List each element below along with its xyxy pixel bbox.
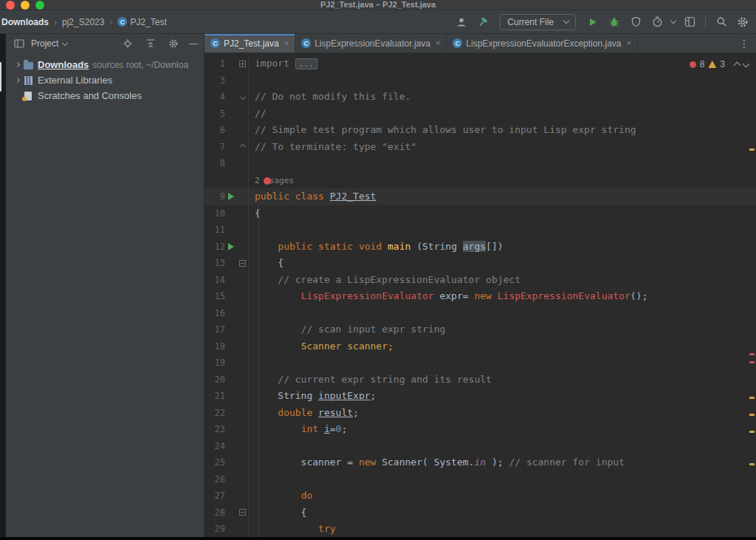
breadcrumb-item-pj2-test[interactable]: CPJ2_Test xyxy=(117,17,166,27)
code-line[interactable]: 20 // current expr string and its result xyxy=(205,372,756,389)
project-view-dropdown[interactable]: Project xyxy=(31,38,67,49)
fold-marker[interactable] xyxy=(237,505,249,522)
fold-marker[interactable] xyxy=(237,89,249,106)
collapse-all-icon[interactable] xyxy=(143,36,158,51)
usages-inlay-row[interactable]: 2 usages xyxy=(205,172,756,189)
close-icon[interactable]: × xyxy=(626,39,630,47)
code-line[interactable]: 26 xyxy=(205,471,756,488)
scroll-mark-warning[interactable] xyxy=(749,431,755,433)
previous-problem-button[interactable] xyxy=(734,62,741,69)
code-line[interactable]: 11 xyxy=(205,222,756,239)
code-line[interactable]: 29 try xyxy=(205,521,756,537)
usages-inlay[interactable]: 2 usages xyxy=(255,173,294,190)
scroll-mark-warning[interactable] xyxy=(749,414,755,416)
code-line[interactable]: 18 Scanner scanner; xyxy=(205,338,756,355)
code-line[interactable]: 21 String inputExpr; xyxy=(205,388,756,405)
scroll-mark-error[interactable] xyxy=(749,361,755,363)
gutter-icon-slot xyxy=(225,155,237,172)
code-line[interactable]: 10{ xyxy=(205,205,756,222)
minimize-window-button[interactable] xyxy=(21,1,30,10)
profiler-dropdown-chevron-icon[interactable] xyxy=(670,18,676,24)
code-line[interactable]: 8 xyxy=(205,155,756,172)
hide-panel-button[interactable]: — xyxy=(189,38,198,49)
close-icon[interactable]: × xyxy=(436,39,440,47)
scroll-mark-warning[interactable] xyxy=(749,148,755,151)
inspections-widget[interactable]: 8 3 xyxy=(690,59,749,69)
run-line-button[interactable] xyxy=(225,239,237,256)
code-editor[interactable]: 1import ...34// Do not modify this file.… xyxy=(205,53,756,537)
gutter-icon-slot xyxy=(225,438,237,455)
settings-gear-icon[interactable] xyxy=(735,15,750,30)
code-token: String xyxy=(255,390,318,401)
code-line[interactable]: 9public class PJ2_Test xyxy=(205,188,756,205)
debug-button[interactable] xyxy=(607,15,622,30)
tree-item-downloads[interactable]: Downloadssources root, ~/Downloa xyxy=(6,57,204,72)
tab-lispexpressionevaluatorexception-java[interactable]: CLispExpressionEvaluatorException.java× xyxy=(447,34,638,52)
code-line[interactable]: 28 { xyxy=(205,505,756,522)
fold-marker xyxy=(237,405,249,422)
code-line[interactable]: 4// Do not modify this file. xyxy=(205,89,756,106)
code-token: Scanner scanner; xyxy=(301,341,394,352)
build-hammer-icon[interactable] xyxy=(475,15,490,30)
tree-item-scratches-and-consoles[interactable]: Scratches and Consoles xyxy=(6,88,204,103)
breadcrumb-item-downloads[interactable]: Downloads xyxy=(1,17,49,27)
code-line[interactable]: 16 xyxy=(205,305,756,322)
code-line[interactable]: 12 public static void main (String args[… xyxy=(205,239,756,256)
code-line[interactable]: 15 LispExpressionEvaluator expr= new Lis… xyxy=(205,288,756,305)
code-line[interactable]: 5// xyxy=(205,106,756,123)
run-line-button[interactable] xyxy=(225,188,237,205)
scroll-mark-warning[interactable] xyxy=(749,463,755,465)
tab-pj2-test-java[interactable]: CPJ2_Test.java× xyxy=(205,34,295,52)
editor-tabs: CPJ2_Test.java×CLispExpressionEvaluator.… xyxy=(205,34,638,52)
chevron-right-icon[interactable] xyxy=(12,78,22,82)
code-line[interactable]: 27 do xyxy=(205,488,756,505)
gutter-icon-slot xyxy=(225,488,237,505)
code-line[interactable]: 25 scanner = new Scanner( System.in ); /… xyxy=(205,454,756,471)
tab-lispexpressionevaluator-java[interactable]: CLispExpressionEvaluator.java× xyxy=(295,34,447,52)
code-line[interactable]: 14 // create a LispExpressionEvaluator o… xyxy=(205,272,756,289)
run-config-dropdown[interactable]: Current File xyxy=(500,14,576,30)
fold-marker[interactable] xyxy=(237,139,249,156)
scroll-mark-warning[interactable] xyxy=(749,397,755,399)
code-line[interactable]: 19 xyxy=(205,355,756,372)
window-title: PJ2_Test.java – PJ2_Test.java xyxy=(0,0,756,10)
profiler-button[interactable] xyxy=(650,15,664,30)
line-number: 29 xyxy=(205,521,225,537)
tree-item-external-libraries[interactable]: External Libraries xyxy=(6,72,204,88)
line-number: 9 xyxy=(205,188,225,205)
code-line[interactable]: 17 // scan input expr string xyxy=(205,321,756,338)
editor-tabbar: CPJ2_Test.java×CLispExpressionEvaluator.… xyxy=(205,34,756,53)
code-line[interactable]: 3 xyxy=(205,72,756,89)
code-line[interactable]: 24 xyxy=(205,438,756,455)
close-icon[interactable]: × xyxy=(284,39,289,47)
next-problem-button[interactable] xyxy=(743,60,750,67)
line-number: 7 xyxy=(205,139,225,156)
code-line[interactable]: 1import ... xyxy=(205,55,756,72)
chevron-right-icon[interactable] xyxy=(12,63,22,66)
user-icon[interactable] xyxy=(454,15,469,30)
close-window-button[interactable] xyxy=(6,1,15,10)
tool-window-stripe[interactable] xyxy=(0,34,6,537)
fold-marker[interactable] xyxy=(237,255,249,272)
code-line[interactable]: 7// To terminate: type "exit" xyxy=(205,139,756,156)
code-line[interactable]: 22 double result; xyxy=(205,405,756,422)
scroll-mark-error[interactable] xyxy=(749,353,755,355)
code-token: // Simple test program which allows user… xyxy=(255,124,636,135)
tab-options-icon[interactable]: ⋮ xyxy=(732,34,756,52)
run-button[interactable] xyxy=(585,15,600,30)
fold-marker[interactable] xyxy=(237,55,249,72)
panel-settings-gear-icon[interactable] xyxy=(166,36,181,51)
code-line[interactable]: 6// Simple test program which allows use… xyxy=(205,122,756,139)
code-line[interactable]: 23 int i=0; xyxy=(205,421,756,438)
main-area: Project — Downloadssources root, ~ xyxy=(0,34,756,537)
search-icon[interactable] xyxy=(714,15,729,30)
zoom-window-button[interactable] xyxy=(35,1,44,10)
locate-file-icon[interactable] xyxy=(120,36,135,51)
layout-icon[interactable] xyxy=(682,15,697,30)
code-token: double xyxy=(278,407,312,418)
line-number xyxy=(205,172,225,189)
run-with-coverage-button[interactable] xyxy=(628,15,643,30)
gutter-icon-slot xyxy=(225,521,237,537)
code-line[interactable]: 13 { xyxy=(205,255,756,272)
breadcrumb-item-pj2-s2023[interactable]: pj2_S2023 xyxy=(62,17,104,27)
